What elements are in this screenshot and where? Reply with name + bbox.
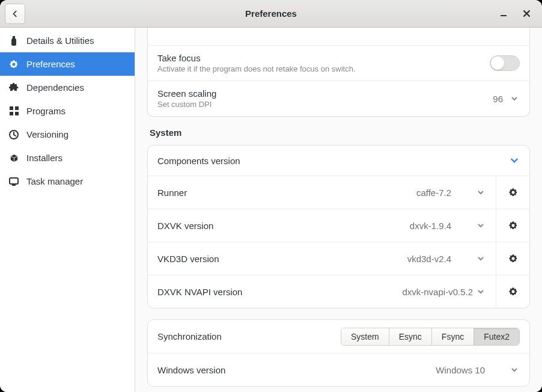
svg-rect-4 — [15, 112, 19, 115]
row-title: Screen scaling — [157, 88, 493, 99]
close-button[interactable] — [520, 8, 532, 20]
chevron-down-icon — [509, 93, 520, 104]
chevron-down-icon — [509, 364, 520, 375]
vkd3d-value: vkd3d-v2.4 — [407, 254, 451, 264]
dxvk-value: dxvk-1.9.4 — [410, 221, 451, 231]
row-subtitle: Set custom DPI — [157, 100, 493, 109]
chevron-left-icon — [11, 10, 19, 18]
minimize-icon — [501, 11, 507, 17]
sidebar-item-label: Dependencies — [26, 82, 84, 93]
monitor-icon — [8, 176, 19, 187]
back-button[interactable] — [5, 4, 25, 24]
take-focus-switch[interactable] — [490, 55, 520, 71]
vkd3d-select[interactable]: VKD3D version vkd3d-v2.4 — [148, 242, 496, 275]
runner-value: caffe-7.2 — [416, 188, 451, 198]
clock-icon — [8, 129, 19, 140]
row-title: Synchronization — [157, 331, 341, 341]
components-card: Components version Runner caffe-7.2 — [147, 145, 530, 308]
sidebar-item-label: Details & Utilities — [26, 35, 94, 46]
sidebar-item-label: Installers — [26, 153, 62, 163]
sidebar-item-task-manager[interactable]: Task manager — [0, 170, 135, 193]
chevron-down-icon — [475, 253, 486, 264]
row-subtitle: Activate it if the program does not reta… — [157, 64, 490, 73]
sidebar-item-versioning[interactable]: Versioning — [0, 123, 135, 146]
window-controls — [488, 0, 542, 27]
sync-option-esync[interactable]: Esync — [389, 328, 431, 345]
dxvk-settings-button[interactable] — [496, 209, 529, 242]
svg-rect-3 — [10, 112, 13, 115]
sidebar-item-label: Preferences — [26, 59, 75, 69]
svg-rect-2 — [15, 106, 19, 110]
row-title: Take focus — [157, 53, 490, 63]
gear-icon — [508, 254, 518, 263]
sync-option-futex2[interactable]: Futex2 — [473, 328, 519, 345]
dxvk-nvapi-select[interactable]: DXVK NVAPI version dxvk-nvapi-v0.5.2 — [148, 275, 496, 308]
row-windows-version[interactable]: Windows version Windows 10 — [148, 353, 529, 386]
chevron-down-icon — [509, 155, 520, 166]
section-heading-system: System — [150, 127, 528, 138]
row-title: DXVK version — [157, 221, 410, 231]
dxvk-nvapi-settings-button[interactable] — [496, 275, 529, 308]
row-vkd3d: VKD3D version vkd3d-v2.4 — [148, 242, 529, 275]
sidebar-item-dependencies[interactable]: Dependencies — [0, 76, 135, 99]
expander-title: Components version — [157, 156, 509, 166]
sync-option-system[interactable]: System — [341, 328, 389, 345]
minimize-button[interactable] — [498, 8, 510, 20]
svg-rect-1 — [10, 106, 13, 110]
sidebar-item-label: Task manager — [26, 176, 83, 186]
sidebar: Details & Utilities Preferences Dependen… — [0, 28, 135, 392]
sync-option-fsync[interactable]: Fsync — [431, 328, 473, 345]
sidebar-item-preferences[interactable]: Preferences — [0, 52, 135, 76]
titlebar: Preferences — [0, 0, 542, 28]
gear-icon — [8, 59, 19, 70]
svg-rect-0 — [501, 15, 507, 16]
gear-icon — [508, 188, 518, 197]
row-title: Runner — [157, 188, 416, 198]
row-title: VKD3D version — [157, 254, 407, 264]
app-window: Preferences Details & Utilities Preferen… — [0, 0, 542, 392]
chevron-down-icon — [475, 220, 486, 231]
row-take-focus: Take focus Activate it if the program do… — [148, 45, 529, 81]
screen-scaling-value: 96 — [493, 94, 503, 104]
display-settings-card: . Take focus Activate it if the program … — [147, 28, 530, 117]
row-dxvk-nvapi: DXVK NVAPI version dxvk-nvapi-v0.5.2 — [148, 275, 529, 308]
chevron-down-icon — [475, 286, 486, 297]
main-content[interactable]: . Take focus Activate it if the program … — [135, 28, 542, 392]
grid-icon — [8, 106, 19, 117]
windows-version-value: Windows 10 — [436, 365, 485, 375]
window-title: Preferences — [0, 8, 542, 19]
box-icon — [8, 153, 19, 164]
row-title: Windows version — [157, 365, 436, 375]
row-title: DXVK NVAPI version — [157, 287, 402, 297]
sidebar-item-details[interactable]: Details & Utilities — [0, 29, 135, 52]
row-dxvk: DXVK version dxvk-1.9.4 — [148, 209, 529, 242]
bottle-icon — [8, 35, 19, 46]
row-synchronization: Synchronization System Esync Fsync Futex… — [148, 320, 529, 353]
sidebar-item-label: Versioning — [26, 129, 69, 139]
runner-select[interactable]: Runner caffe-7.2 — [148, 176, 496, 209]
sidebar-item-installers[interactable]: Installers — [0, 146, 135, 170]
gear-icon — [508, 287, 518, 296]
dxvk-nvapi-value: dxvk-nvapi-v0.5.2 — [402, 287, 473, 297]
close-icon — [523, 10, 530, 17]
dxvk-select[interactable]: DXVK version dxvk-1.9.4 — [148, 209, 496, 242]
row-runner: Runner caffe-7.2 — [148, 176, 529, 209]
gear-icon — [508, 221, 518, 230]
system-card-2: Synchronization System Esync Fsync Futex… — [147, 319, 530, 387]
vkd3d-settings-button[interactable] — [496, 242, 529, 275]
components-expander[interactable]: Components version — [148, 145, 529, 176]
sync-segmented-control: System Esync Fsync Futex2 — [341, 328, 520, 346]
svg-rect-6 — [10, 178, 18, 184]
sidebar-item-programs[interactable]: Programs — [0, 99, 135, 123]
puzzle-icon — [8, 82, 19, 93]
runner-settings-button[interactable] — [496, 176, 529, 209]
row-screen-scaling[interactable]: Screen scaling Set custom DPI 96 — [148, 81, 529, 116]
row-truncated-top: . — [148, 28, 529, 45]
sidebar-item-label: Programs — [26, 106, 65, 116]
svg-rect-7 — [12, 185, 16, 186]
chevron-down-icon — [475, 187, 486, 198]
